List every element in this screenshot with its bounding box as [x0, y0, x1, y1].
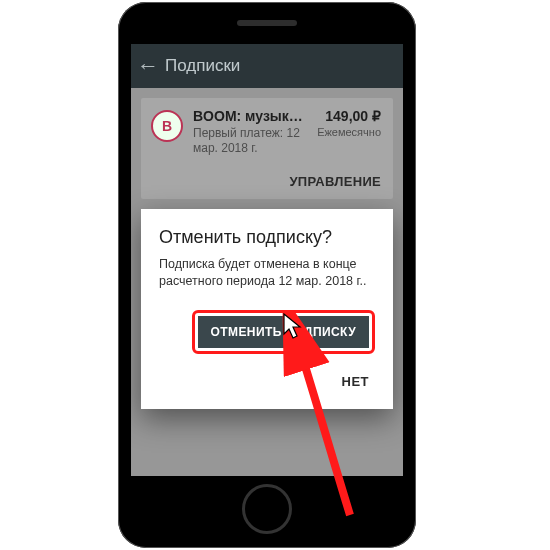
subscription-next-charge: Первый платеж: 12 мар. 2018 г.	[193, 126, 307, 156]
subscription-card[interactable]: B BOOM: музыкальный... Первый платеж: 12…	[141, 98, 393, 199]
screen: ← Подписки B BOOM: музыкальный... Первый…	[131, 44, 403, 476]
cancel-subscription-dialog: Отменить подписку? Подписка будет отмене…	[141, 209, 393, 409]
back-arrow-icon[interactable]: ←	[131, 53, 165, 79]
phone-speaker	[237, 20, 297, 26]
manage-button[interactable]: УПРАВЛЕНИЕ	[151, 174, 381, 189]
subscription-period: Ежемесячно	[317, 126, 381, 138]
dialog-no-button[interactable]: НЕТ	[336, 368, 376, 395]
dialog-body: Подписка будет отменена в конце расчетно…	[159, 256, 375, 290]
dialog-title: Отменить подписку?	[159, 227, 375, 248]
phone-frame: ← Подписки B BOOM: музыкальный... Первый…	[118, 2, 416, 548]
app-header: ← Подписки	[131, 44, 403, 88]
subscription-title: BOOM: музыкальный...	[193, 108, 307, 124]
app-icon: B	[151, 110, 183, 142]
cancel-subscription-button[interactable]: ОТМЕНИТЬ ПОДПИСКУ	[198, 316, 369, 348]
dialog-primary-row: ОТМЕНИТЬ ПОДПИСКУ	[159, 310, 375, 354]
subscription-price: 149,00 ₽	[317, 108, 381, 124]
page-title: Подписки	[165, 56, 240, 76]
home-button[interactable]	[242, 484, 292, 534]
dialog-secondary-row: НЕТ	[159, 368, 375, 395]
annotation-highlight: ОТМЕНИТЬ ПОДПИСКУ	[192, 310, 375, 354]
